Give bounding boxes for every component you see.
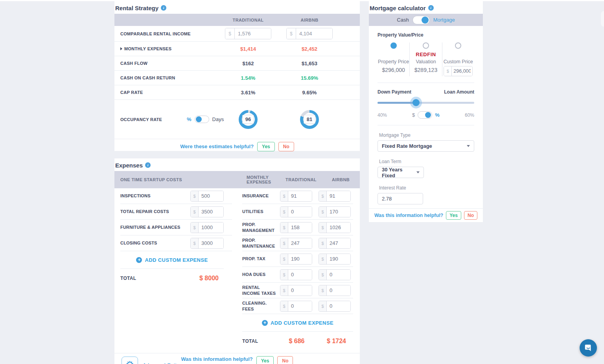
monthly-row: RENTAL INCOME TAXES $ $ <box>242 283 353 298</box>
chat-launcher-button[interactable] <box>580 339 597 357</box>
loan-term-select[interactable]: 30 Years Fixed <box>378 167 424 178</box>
cleaning-fees-traditional-input[interactable] <box>288 301 312 311</box>
prop-tax-traditional-input[interactable] <box>288 254 312 264</box>
cleaning-fees-airbnb-input[interactable] <box>327 301 350 311</box>
downpayment-slider-thumb[interactable] <box>412 99 420 106</box>
expense-label: PROP. MAINTENANCE <box>242 237 280 249</box>
down-payment-label: Down Payment <box>378 89 411 95</box>
furniture-input[interactable] <box>199 222 223 233</box>
cell-value: 15.69% <box>279 75 340 81</box>
prop-maintenance-airbnb-input[interactable] <box>327 238 350 248</box>
table-row-monthly-expenses[interactable]: MONTHLY EXPENSES $1,414 $2,452 <box>114 42 360 56</box>
currency-prefix: $ <box>319 191 327 201</box>
hoa-dues-traditional-input[interactable] <box>288 270 312 280</box>
monthly-traditional-header: TRADITIONAL <box>284 177 318 182</box>
info-icon[interactable]: i <box>428 5 434 11</box>
plus-icon: + <box>136 257 142 263</box>
cell-value: 1.54% <box>217 75 279 81</box>
prop-management-airbnb-input[interactable] <box>327 222 350 233</box>
mortgage-type-label: Mortgage Type <box>378 132 474 138</box>
startup-total-row: TOTAL $ 8000 <box>120 269 232 288</box>
chevron-down-icon <box>416 171 420 173</box>
percent-unit-label: % <box>435 112 440 118</box>
prop-tax-airbnb-input[interactable] <box>327 254 350 264</box>
estimates-yes-button[interactable]: Yes <box>257 142 275 151</box>
row-label: CASH FLOW <box>114 61 217 66</box>
expense-label: CLOSING COSTS <box>120 240 190 246</box>
cell-value: $162 <box>217 61 279 66</box>
rental-strategy-panel: Rental Strategy i TRADITIONAL AIRBNB COM… <box>114 1 360 151</box>
occupancy-airbnb-input[interactable] <box>304 115 315 124</box>
mortgage-calculator-panel: Mortgage calculator i Cash Mortgage Prop… <box>369 1 483 222</box>
dollar-percent-toggle[interactable] <box>418 111 432 119</box>
utilities-airbnb-input[interactable] <box>327 207 350 217</box>
cash-mortgage-toggle[interactable] <box>412 16 430 24</box>
rental-income-taxes-traditional-input[interactable] <box>288 285 312 296</box>
monthly-row: PROP. MAINTENANCE $ $ <box>242 235 353 251</box>
cell-value: 9.65% <box>279 90 340 96</box>
currency-prefix: $ <box>280 222 288 233</box>
radio-icon[interactable] <box>423 42 429 49</box>
info-icon[interactable]: i <box>161 5 166 11</box>
currency-prefix: $ <box>191 238 199 248</box>
one-time-row: TOTAL REPAIR COSTS $ <box>120 204 232 220</box>
add-custom-expense-monthly[interactable]: + ADD CUSTOM EXPENSE <box>242 314 353 332</box>
rental-income-traditional-input[interactable] <box>235 28 271 39</box>
mortgage-yes-button[interactable]: Yes <box>446 211 461 220</box>
estimates-no-button[interactable]: No <box>278 142 294 151</box>
mortgage-no-button[interactable]: No <box>464 211 477 220</box>
plus-icon: + <box>262 320 268 326</box>
slider-min-label: 40% <box>378 112 387 118</box>
hoa-dues-airbnb-input[interactable] <box>327 270 350 280</box>
total-label: TOTAL <box>242 338 280 344</box>
currency-prefix: $ <box>225 28 235 39</box>
expenses-panel: Expenses i ONE TIME STARTUP COSTS MONTHL… <box>114 158 360 364</box>
one-time-row: INSPECTIONS $ <box>120 188 232 204</box>
monthly-row: PROP. MANAGEMENT $ $ <box>242 220 353 235</box>
closing-costs-input[interactable] <box>199 238 223 248</box>
column-header-airbnb: AIRBNB <box>279 18 340 22</box>
chevron-down-icon <box>467 145 470 147</box>
inspections-input[interactable] <box>199 191 223 201</box>
currency-prefix: $ <box>191 222 199 233</box>
mortgage-type-select[interactable]: Fixed Rate Mortgage <box>378 140 474 152</box>
table-row-cap-rate: CAP RATE 3.61% 9.65% <box>114 85 360 100</box>
cash-mortgage-band: Cash Mortgage <box>369 14 483 26</box>
add-custom-expense-startup[interactable]: + ADD CUSTOM EXPENSE <box>120 251 224 269</box>
rental-income-airbnb-input[interactable] <box>296 28 332 39</box>
rental-income-taxes-airbnb-input[interactable] <box>327 285 350 296</box>
expense-label: INSURANCE <box>242 193 280 199</box>
repair-costs-input[interactable] <box>199 207 223 217</box>
mortgage-helpful-question: Was this information helpful? <box>374 213 443 218</box>
row-label: CASH ON CASH RETURN <box>114 75 217 80</box>
expense-label: RENTAL INCOME TAXES <box>242 285 280 296</box>
occupancy-donut-traditional <box>239 110 258 129</box>
table-row: COMPARABLE RENTAL INCOME $ $ <box>114 26 360 42</box>
radio-selected-icon[interactable] <box>390 42 397 49</box>
info-icon[interactable]: i <box>145 162 151 168</box>
expense-label: INSPECTIONS <box>120 193 190 199</box>
cash-label: Cash <box>397 17 409 23</box>
expand-caret-icon <box>120 47 122 50</box>
radio-icon[interactable] <box>455 42 461 49</box>
custom-price-input[interactable] <box>452 66 472 76</box>
expenses-title: Expenses <box>115 162 143 169</box>
expenses-yes-button[interactable]: Yes <box>256 356 274 364</box>
prop-maintenance-traditional-input[interactable] <box>288 238 312 248</box>
currency-prefix: $ <box>280 270 288 280</box>
property-price-option[interactable]: Property Price $296,000 <box>378 42 409 76</box>
redfin-valuation-option[interactable]: REDFIN Valuation $289,123 <box>409 42 442 76</box>
mortgage-title: Mortgage calculator <box>370 5 426 11</box>
down-payment-slider[interactable] <box>378 99 474 107</box>
insurance-traditional-input[interactable] <box>288 191 312 201</box>
custom-price-option[interactable]: Custom Price $ <box>442 42 474 76</box>
occupancy-traditional-input[interactable] <box>242 115 254 124</box>
one-time-row: CLOSING COSTS $ <box>120 235 232 251</box>
occupancy-unit-toggle[interactable] <box>195 116 209 123</box>
insurance-airbnb-input[interactable] <box>327 191 350 201</box>
interest-rate-input[interactable] <box>378 193 423 204</box>
expenses-no-button[interactable]: No <box>277 356 293 364</box>
utilities-traditional-input[interactable] <box>288 207 312 217</box>
prop-management-traditional-input[interactable] <box>288 222 312 233</box>
currency-prefix: $ <box>319 270 327 280</box>
